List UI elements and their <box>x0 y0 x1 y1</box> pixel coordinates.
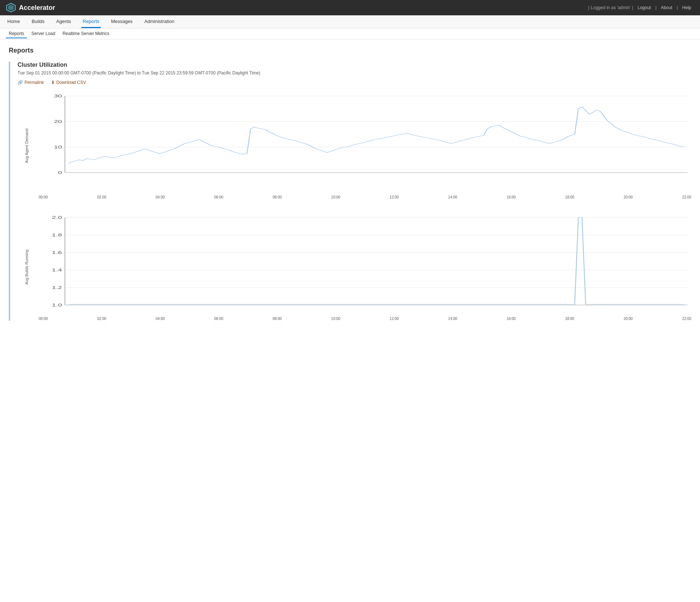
x2-label-1: 02:00 <box>97 317 106 321</box>
x2-label-0: 00:00 <box>39 317 48 321</box>
x2-label-8: 16:00 <box>507 317 516 321</box>
svg-text:30: 30 <box>54 94 62 98</box>
nav-item-reports[interactable]: Reports <box>81 16 101 28</box>
download-csv-link[interactable]: ⬇ Download CSV <box>51 80 86 85</box>
x2-label-9: 18:00 <box>565 317 574 321</box>
chart1-wrapper: Avg Agent Demand 0 10 20 30 <box>18 92 691 199</box>
x-label-7: 14:00 <box>448 195 457 199</box>
nav-item-agents[interactable]: Agents <box>55 16 72 28</box>
report-card: Cluster Utilization Tue Sep 01 2015 00:0… <box>9 62 691 321</box>
chart2-y-label: Avg Builds Running <box>18 214 36 321</box>
content: Reports Cluster Utilization Tue Sep 01 2… <box>0 39 700 335</box>
chart2-svg: 1.0 1.2 1.4 1.6 1.8 2.0 <box>36 214 691 316</box>
x2-label-5: 10:00 <box>331 317 340 321</box>
user-info: Logged in as 'admin' <box>591 5 631 10</box>
svg-text:1.4: 1.4 <box>52 268 62 272</box>
subnav-reports[interactable]: Reports <box>6 30 27 38</box>
logo-icon <box>6 3 16 13</box>
chart1-area: 0 10 20 30 00:00 02:00 04:00 06:00 08:00… <box>36 92 691 199</box>
logo-area: Accelerator <box>6 3 588 13</box>
x-label-5: 10:00 <box>331 195 340 199</box>
help-link[interactable]: Help <box>679 5 694 10</box>
svg-text:0: 0 <box>58 171 62 175</box>
x-label-6: 12:00 <box>390 195 399 199</box>
header-right: | Logged in as 'admin' | Logout | About … <box>588 5 694 10</box>
nav-item-builds[interactable]: Builds <box>30 16 46 28</box>
chart2-area: 1.0 1.2 1.4 1.6 1.8 2.0 00:00 02:00 04:0… <box>36 214 691 321</box>
x-label-10: 20:00 <box>624 195 633 199</box>
x2-label-7: 14:00 <box>448 317 457 321</box>
x2-label-6: 12:00 <box>390 317 399 321</box>
link-icon: 🔗 <box>18 80 23 85</box>
svg-text:1.0: 1.0 <box>52 303 62 307</box>
svg-text:1.2: 1.2 <box>52 286 62 290</box>
svg-text:10: 10 <box>54 145 62 149</box>
page-title: Reports <box>9 47 691 54</box>
x-label-8: 16:00 <box>507 195 516 199</box>
x-label-11: 22:00 <box>682 195 691 199</box>
x2-label-3: 06:00 <box>214 317 223 321</box>
subnav-realtime[interactable]: Realtime Server Metrics <box>59 30 112 38</box>
x2-label-11: 22:00 <box>682 317 691 321</box>
nav-item-administration[interactable]: Administration <box>143 16 176 28</box>
x-label-9: 18:00 <box>565 195 574 199</box>
subnav: Reports Server Load Realtime Server Metr… <box>0 28 700 39</box>
download-csv-label: Download CSV <box>56 80 86 85</box>
x2-label-4: 08:00 <box>273 317 282 321</box>
x-label-0: 00:00 <box>39 195 48 199</box>
svg-text:1.6: 1.6 <box>52 251 62 255</box>
svg-text:20: 20 <box>54 120 62 124</box>
about-link[interactable]: About <box>658 5 675 10</box>
x2-label-2: 04:00 <box>156 317 165 321</box>
x-label-1: 02:00 <box>97 195 106 199</box>
x2-label-10: 20:00 <box>624 317 633 321</box>
x-label-3: 06:00 <box>214 195 223 199</box>
chart2-wrapper: Avg Builds Running 1.0 1.2 1.4 1. <box>18 214 691 321</box>
x-label-4: 08:00 <box>273 195 282 199</box>
chart1-x-labels: 00:00 02:00 04:00 06:00 08:00 10:00 12:0… <box>36 195 691 199</box>
x-label-2: 04:00 <box>156 195 165 199</box>
nav-item-home[interactable]: Home <box>6 16 22 28</box>
main-nav: Home Builds Agents Reports Messages Admi… <box>0 15 700 28</box>
logout-link[interactable]: Logout <box>635 5 654 10</box>
permalink-link[interactable]: 🔗 Permalink <box>18 80 44 85</box>
cluster-title: Cluster Utilization <box>18 62 691 68</box>
logo-text: Accelerator <box>19 4 55 12</box>
svg-text:2.0: 2.0 <box>52 216 62 220</box>
permalink-label: Permalink <box>24 80 44 85</box>
actions: 🔗 Permalink ⬇ Download CSV <box>18 80 691 85</box>
chart1-svg: 0 10 20 30 <box>36 92 691 194</box>
chart2-x-labels: 00:00 02:00 04:00 06:00 08:00 10:00 12:0… <box>36 317 691 321</box>
svg-marker-1 <box>8 5 14 11</box>
date-range: Tue Sep 01 2015 00:00:00 GMT-0700 (Pacif… <box>18 70 691 76</box>
chart1-y-label: Avg Agent Demand <box>18 92 36 199</box>
subnav-server-load[interactable]: Server Load <box>28 30 58 38</box>
download-icon: ⬇ <box>51 80 55 85</box>
svg-text:1.8: 1.8 <box>52 233 62 237</box>
nav-item-messages[interactable]: Messages <box>109 16 134 28</box>
header: Accelerator | Logged in as 'admin' | Log… <box>0 0 700 15</box>
